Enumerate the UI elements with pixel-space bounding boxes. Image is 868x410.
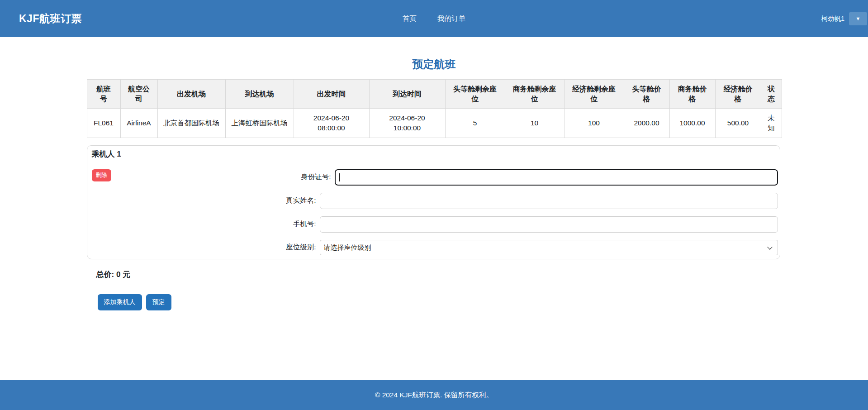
chevron-down-icon: ▼ <box>856 16 861 21</box>
col-header-flight-no: 航班号 <box>87 80 120 109</box>
brand-logo[interactable]: KJF航班订票 <box>19 12 82 26</box>
form-row-real-name: 真实姓名: <box>92 193 778 209</box>
cell-first-class-price: 2000.00 <box>624 109 669 138</box>
col-header-first-class-seats: 头等舱剩余座位 <box>445 80 505 109</box>
user-name: 柯劲帆1 <box>821 14 844 23</box>
real-name-label: 真实姓名: <box>286 196 316 205</box>
cell-business-class-seats: 10 <box>505 109 564 138</box>
passenger-card: 乘机人 1 删除 身份证号: 真实姓名: 手机号: <box>87 145 780 259</box>
flight-table: 航班号 航空公司 出发机场 到达机场 出发时间 到达时间 头等舱剩余座位 商务舱… <box>87 79 782 138</box>
form-row-id-number: 身份证号: <box>92 169 778 186</box>
cell-departure-airport: 北京首都国际机场 <box>157 109 225 138</box>
real-name-input[interactable] <box>320 193 778 209</box>
col-header-arrival-airport: 到达机场 <box>225 80 294 109</box>
col-header-first-class-price: 头等舱价格 <box>624 80 669 109</box>
copyright-text: © 2024 KJF航班订票. 保留所有权利。 <box>375 391 493 400</box>
col-header-business-class-seats: 商务舱剩余座位 <box>505 80 564 109</box>
id-number-field-wrap <box>335 169 778 186</box>
page-title: 预定航班 <box>0 57 868 72</box>
cell-first-class-seats: 5 <box>445 109 505 138</box>
footer: © 2024 KJF航班订票. 保留所有权利。 <box>0 380 868 410</box>
page: KJF航班订票 首页 我的订单 柯劲帆1 ▼ 预定航班 <box>0 0 868 410</box>
add-passenger-button[interactable]: 添加乘机人 <box>98 294 142 310</box>
cell-airline: AirlineA <box>120 109 157 138</box>
seat-class-select[interactable]: 请选择座位级别 <box>320 240 778 255</box>
col-header-status: 状态 <box>761 80 782 109</box>
col-header-departure-time: 出发时间 <box>294 80 369 109</box>
col-header-arrival-time: 到达时间 <box>369 80 445 109</box>
col-header-departure-airport: 出发机场 <box>157 80 225 109</box>
delete-passenger-button[interactable]: 删除 <box>92 169 111 181</box>
main-nav: 首页 我的订单 <box>392 0 476 37</box>
seat-class-label: 座位级别: <box>286 243 316 252</box>
cell-status: 未知 <box>761 109 782 138</box>
col-header-airline: 航空公司 <box>120 80 157 109</box>
cell-arrival-time: 2024-06-20 10:00:00 <box>369 109 445 138</box>
text-cursor <box>339 173 340 181</box>
form-row-seat-class: 座位级别: 请选择座位级别 <box>92 240 778 255</box>
action-buttons: 添加乘机人 预定 <box>98 294 782 310</box>
content-wrapper: 航班号 航空公司 出发机场 到达机场 出发时间 到达时间 头等舱剩余座位 商务舱… <box>87 79 782 310</box>
table-header-row: 航班号 航空公司 出发机场 到达机场 出发时间 到达时间 头等舱剩余座位 商务舱… <box>87 80 782 109</box>
book-button[interactable]: 预定 <box>146 294 171 310</box>
main-content: 预定航班 航班号 航空公司 出发机场 到达机场 出发时间 <box>0 37 868 380</box>
user-menu: 柯劲帆1 ▼ <box>821 0 867 37</box>
user-dropdown-toggle[interactable]: ▼ <box>849 12 867 25</box>
passenger-section-title: 乘机人 1 <box>92 149 778 159</box>
total-price: 总价: 0 元 <box>96 269 782 280</box>
phone-input[interactable] <box>320 216 778 233</box>
phone-label: 手机号: <box>293 219 316 229</box>
cell-economy-class-price: 500.00 <box>715 109 761 138</box>
cell-business-class-price: 1000.00 <box>669 109 715 138</box>
nav-link-home[interactable]: 首页 <box>403 14 417 24</box>
cell-economy-class-seats: 100 <box>564 109 624 138</box>
cell-flight-no: FL061 <box>87 109 120 138</box>
nav-link-my-orders[interactable]: 我的订单 <box>437 14 465 24</box>
seat-class-select-wrap: 请选择座位级别 <box>320 240 778 255</box>
id-number-label: 身份证号: <box>301 172 331 182</box>
cell-arrival-airport: 上海虹桥国际机场 <box>225 109 294 138</box>
col-header-economy-class-price: 经济舱价格 <box>715 80 761 109</box>
col-header-economy-class-seats: 经济舱剩余座位 <box>564 80 624 109</box>
navbar: KJF航班订票 首页 我的订单 柯劲帆1 ▼ <box>0 0 868 37</box>
id-number-input[interactable] <box>335 169 778 186</box>
table-row: FL061 AirlineA 北京首都国际机场 上海虹桥国际机场 2024-06… <box>87 109 782 138</box>
col-header-business-class-price: 商务舱价格 <box>669 80 715 109</box>
cell-departure-time: 2024-06-20 08:00:00 <box>294 109 369 138</box>
form-row-phone: 手机号: <box>92 216 778 233</box>
